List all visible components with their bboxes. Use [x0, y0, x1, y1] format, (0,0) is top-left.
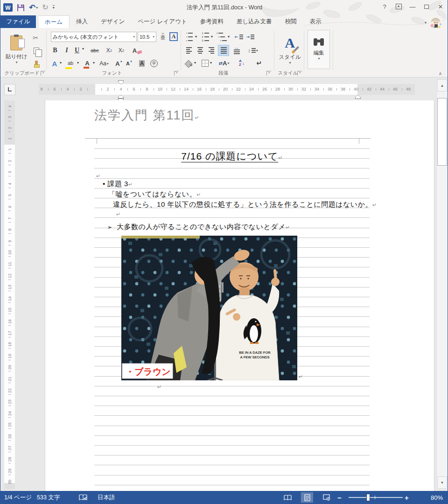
zoom-slider-track[interactable] — [349, 497, 403, 498]
document-image[interactable]: BE IN A DAZE FOR A FEW SECONDS — [121, 236, 297, 380]
collapse-ribbon-button[interactable]: ∧ — [439, 71, 442, 76]
justify-button[interactable] — [218, 45, 229, 56]
tab-review[interactable]: 校閲 — [278, 15, 303, 28]
tab-home[interactable]: ホーム — [38, 15, 70, 28]
distribute-button[interactable]: ↔ — [231, 45, 242, 56]
scrollbar-thumb[interactable] — [437, 98, 447, 166]
styles-button[interactable]: A スタイル ▾ — [278, 31, 302, 68]
grow-font-button[interactable]: A▲ — [114, 58, 124, 69]
vertical-scrollbar[interactable]: ▲ ▼ — [436, 79, 448, 489]
editing-button[interactable]: 編集 ▾ — [308, 30, 330, 69]
tab-design[interactable]: デザイン — [94, 15, 131, 28]
hanging-indent-marker[interactable] — [118, 95, 124, 98]
customize-qat-button[interactable]: ▾ — [53, 2, 55, 13]
font-size-dropdown-icon[interactable]: ▾ — [153, 35, 154, 39]
tab-insert[interactable]: 挿入 — [70, 15, 94, 28]
decrease-indent-button[interactable]: ⇤ — [234, 32, 244, 42]
undo-dropdown-icon[interactable]: ▾ — [36, 6, 38, 10]
redo-button[interactable]: ↻ — [42, 2, 48, 13]
bullets-button[interactable]: ••• — [184, 32, 195, 42]
cut-button[interactable]: ✂ — [29, 33, 42, 43]
text-effects-dropdown-icon[interactable]: ▾ — [60, 61, 62, 65]
font-size-combobox[interactable]: 10.5 ▾ — [138, 32, 156, 42]
italic-button[interactable]: I — [62, 45, 71, 56]
styles-dialog-launcher[interactable] — [297, 71, 302, 76]
shrink-font-button[interactable]: A▼ — [125, 58, 134, 69]
ribbon-display-options-button[interactable]: ▲ — [392, 1, 406, 12]
shading-dropdown-icon[interactable]: ▾ — [194, 61, 196, 65]
proofing-status[interactable] — [79, 491, 87, 504]
save-button[interactable] — [17, 2, 25, 13]
zoom-in-button[interactable]: + — [405, 491, 409, 504]
page-indicator[interactable]: 1/4 ページ — [4, 491, 32, 504]
font-dialog-launcher[interactable] — [174, 71, 179, 76]
change-case-button[interactable]: Aa▾ — [98, 58, 110, 69]
help-button[interactable]: ? — [378, 1, 392, 12]
align-center-button[interactable] — [196, 46, 205, 55]
align-right-button[interactable] — [207, 46, 216, 55]
align-left-button[interactable] — [184, 46, 194, 55]
account-dropdown-icon[interactable]: ▾ — [425, 21, 427, 25]
increase-indent-button[interactable]: ⇥ — [245, 32, 255, 42]
enclose-characters-button[interactable]: 字 — [149, 58, 159, 69]
tab-file[interactable]: ファイル — [0, 15, 36, 28]
character-border-button[interactable]: A — [168, 31, 179, 42]
copy-button[interactable] — [30, 46, 42, 56]
multilevel-list-button[interactable]: ▪▪▪ — [216, 32, 227, 42]
bullets-dropdown-icon[interactable]: ▾ — [195, 35, 197, 39]
document-page[interactable]: 法学入門 第11回↵ 7/16 の課題について↵ ↵ • 課題 3↵ 「嘘をつい… — [45, 100, 434, 491]
read-mode-button[interactable] — [281, 492, 294, 503]
shading-button[interactable] — [183, 58, 194, 68]
text-effects-button[interactable]: A — [50, 58, 59, 69]
web-layout-button[interactable] — [321, 492, 333, 503]
avatar[interactable] — [429, 16, 442, 29]
numbering-button[interactable]: 123 — [200, 32, 210, 42]
zoom-out-button[interactable]: − — [337, 491, 342, 504]
character-scaling-button[interactable]: ⇄A▾ — [217, 58, 231, 68]
h-ruler[interactable]: 8642246810121416182022242628303234363840… — [39, 84, 415, 95]
paragraph-dialog-launcher[interactable] — [266, 71, 271, 76]
tab-view[interactable]: 表示 — [303, 15, 328, 28]
minimize-button[interactable]: — — [406, 1, 420, 12]
sort-button[interactable]: AZ↓ — [236, 58, 248, 68]
clear-formatting-button[interactable]: A — [131, 45, 143, 56]
underline-dropdown-icon[interactable]: ▾ — [82, 47, 84, 51]
print-layout-button[interactable] — [301, 492, 313, 503]
font-name-combobox[interactable]: みかちゃん (本文のフォント ▾ — [51, 32, 137, 42]
zoom-level[interactable]: 80% — [420, 491, 443, 504]
borders-button[interactable] — [200, 58, 210, 68]
close-button[interactable]: ✕ — [434, 1, 448, 12]
tab-stop-selector[interactable] — [4, 84, 15, 95]
scroll-up-button[interactable]: ▲ — [437, 79, 447, 91]
show-formatting-marks-button[interactable]: ↵ — [253, 58, 265, 68]
ruby-button[interactable]: ア亜 — [158, 31, 168, 42]
maximize-button[interactable] — [420, 1, 434, 12]
word-count[interactable]: 533 文字 — [37, 491, 60, 504]
superscript-button[interactable]: X2 — [116, 45, 126, 56]
language-indicator[interactable]: 日本語 — [98, 491, 115, 504]
tab-mailings[interactable]: 差し込み文書 — [230, 15, 279, 28]
account-area[interactable]: ▾ — [424, 16, 442, 29]
subscript-button[interactable]: X2 — [104, 45, 114, 56]
font-name-dropdown-icon[interactable]: ▾ — [133, 35, 135, 39]
strikethrough-button[interactable]: abc — [88, 45, 101, 56]
scroll-down-button[interactable]: ▼ — [437, 476, 447, 489]
clipboard-dialog-launcher[interactable] — [41, 71, 45, 76]
paste-button[interactable]: 貼り付け ▾ — [4, 32, 28, 68]
numbering-dropdown-icon[interactable]: ▾ — [211, 35, 213, 39]
undo-button[interactable]: ↶ ▾ — [29, 2, 38, 13]
bold-button[interactable]: B — [50, 45, 60, 56]
underline-button[interactable]: U — [72, 45, 82, 56]
line-spacing-button[interactable]: ↕▾ — [247, 45, 259, 56]
paste-dropdown-icon[interactable]: ▾ — [15, 60, 17, 64]
tab-page-layout[interactable]: ページ レイアウト — [131, 15, 194, 28]
highlight-dropdown-icon[interactable]: ▾ — [77, 61, 79, 65]
highlight-button[interactable]: ab — [65, 57, 76, 69]
character-shading-button[interactable]: A — [137, 58, 147, 69]
right-indent-marker[interactable] — [355, 95, 361, 99]
multilevel-dropdown-icon[interactable]: ▾ — [228, 35, 230, 39]
v-ruler[interactable]: 4321123456789101112131415161718192021222… — [4, 100, 15, 489]
format-painter-button[interactable] — [30, 59, 42, 69]
borders-dropdown-icon[interactable]: ▾ — [210, 61, 212, 65]
zoom-slider-handle[interactable] — [366, 494, 370, 501]
